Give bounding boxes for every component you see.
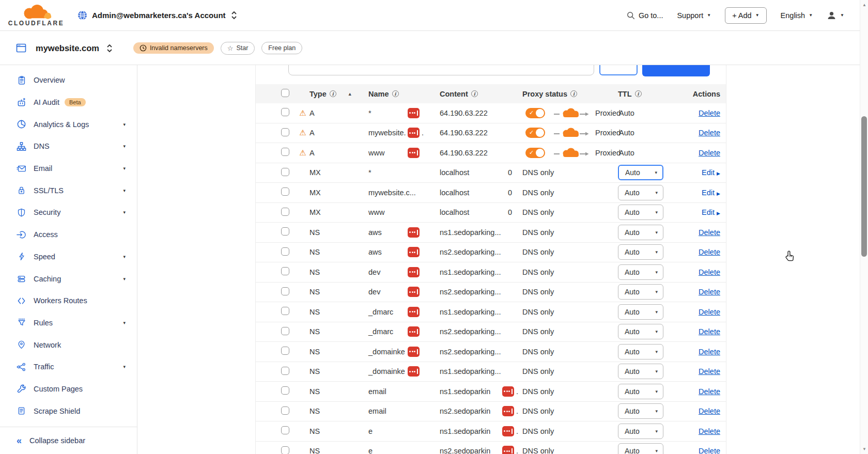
account-switcher[interactable]: Admin@webmarketers.ca's Account <box>78 10 238 20</box>
sidebar-item-caching[interactable]: Caching▾ <box>0 268 137 290</box>
edit-record-link[interactable]: Edit▶ <box>702 168 720 177</box>
vertical-scrollbar[interactable]: ▲ ▼ <box>860 0 868 454</box>
ttl-dropdown[interactable]: Auto▾ <box>618 264 663 280</box>
search-button[interactable] <box>599 65 638 75</box>
row-checkbox[interactable] <box>281 307 289 315</box>
row-checkbox[interactable] <box>281 327 289 335</box>
proxy-toggle[interactable] <box>525 148 545 158</box>
language-menu[interactable]: English ▼ <box>781 11 813 20</box>
password-manager-tag-icon[interactable] <box>502 406 514 416</box>
cloudflare-logo[interactable]: CLOUDFLARE <box>9 4 63 27</box>
password-manager-tag-icon[interactable] <box>502 446 514 454</box>
edit-record-link[interactable]: Edit▶ <box>702 189 720 197</box>
ttl-dropdown[interactable]: Auto▾ <box>618 304 663 320</box>
delete-record-link[interactable]: Delete <box>699 129 720 137</box>
sort-asc-icon[interactable]: ▲ <box>348 91 352 97</box>
ttl-dropdown[interactable]: Auto▾ <box>618 344 663 359</box>
chevron-down-icon[interactable]: ▾ <box>123 210 137 215</box>
delete-record-link[interactable]: Delete <box>699 268 720 276</box>
delete-record-link[interactable]: Delete <box>699 387 720 396</box>
sidebar-item-rules[interactable]: Rules▾ <box>0 312 137 334</box>
delete-record-link[interactable]: Delete <box>699 427 720 435</box>
scrollbar-thumb[interactable] <box>861 116 867 257</box>
row-checkbox[interactable] <box>281 367 289 375</box>
ttl-dropdown[interactable]: Auto▾ <box>618 443 663 454</box>
add-button[interactable]: + Add ▼ <box>725 7 766 24</box>
row-checkbox[interactable] <box>281 208 289 216</box>
ttl-dropdown[interactable]: Auto▾ <box>618 403 663 419</box>
ttl-dropdown[interactable]: Auto▾ <box>618 424 663 439</box>
sidebar-item-dns[interactable]: DNS▾ <box>0 135 137 158</box>
delete-record-link[interactable]: Delete <box>699 367 720 375</box>
sidebar-item-custom-pages[interactable]: Custom Pages <box>0 378 137 400</box>
chevron-down-icon[interactable]: ▾ <box>123 166 137 171</box>
password-manager-tag-icon[interactable] <box>408 148 420 158</box>
row-checkbox[interactable] <box>281 446 289 454</box>
ttl-dropdown[interactable]: Auto▾ <box>618 244 663 260</box>
proxy-toggle[interactable] <box>525 108 545 118</box>
info-icon[interactable]: i <box>471 90 478 97</box>
delete-record-link[interactable]: Delete <box>699 149 720 157</box>
row-checkbox[interactable] <box>281 426 289 434</box>
delete-record-link[interactable]: Delete <box>699 109 720 117</box>
sidebar-item-ssl-tls[interactable]: SSL/TLS▾ <box>0 179 137 201</box>
site-selector-icon[interactable] <box>106 44 113 53</box>
ttl-dropdown[interactable]: Auto▾ <box>618 165 663 180</box>
proxy-toggle[interactable] <box>525 128 545 138</box>
info-icon[interactable]: i <box>392 90 399 97</box>
support-menu[interactable]: Support ▼ <box>677 11 711 20</box>
ttl-dropdown[interactable]: Auto▾ <box>618 364 663 379</box>
sidebar-item-workers-routes[interactable]: Workers Routes <box>0 290 137 312</box>
password-manager-tag-icon[interactable] <box>408 108 420 118</box>
password-manager-tag-icon[interactable] <box>502 386 514 397</box>
ttl-dropdown[interactable]: Auto▾ <box>618 284 663 300</box>
ttl-dropdown[interactable]: Auto▾ <box>618 384 663 399</box>
chevron-down-icon[interactable]: ▾ <box>123 188 137 193</box>
sidebar-item-traffic[interactable]: Traffic▾ <box>0 356 137 378</box>
row-checkbox[interactable] <box>281 247 289 256</box>
dns-search-input[interactable] <box>288 65 594 75</box>
password-manager-tag-icon[interactable] <box>408 128 420 138</box>
sidebar-item-analytics-logs[interactable]: Analytics & Logs▾ <box>0 113 137 135</box>
row-checkbox[interactable] <box>281 187 289 196</box>
ttl-dropdown[interactable]: Auto▾ <box>618 185 663 200</box>
delete-record-link[interactable]: Delete <box>699 228 720 237</box>
add-record-button[interactable] <box>642 65 710 76</box>
nameserver-status-badge[interactable]: Invalid nameservers <box>133 42 214 54</box>
chevron-down-icon[interactable]: ▾ <box>123 364 137 369</box>
row-checkbox[interactable] <box>281 128 289 136</box>
delete-record-link[interactable]: Delete <box>699 447 720 454</box>
password-manager-tag-icon[interactable] <box>408 347 420 357</box>
password-manager-tag-icon[interactable] <box>408 307 420 317</box>
ttl-dropdown[interactable]: Auto▾ <box>618 205 663 220</box>
chevron-down-icon[interactable]: ▾ <box>123 144 137 149</box>
scroll-down-arrow-icon[interactable]: ▼ <box>860 447 868 451</box>
chevron-down-icon[interactable]: ▾ <box>123 254 137 259</box>
chevron-down-icon[interactable]: ▾ <box>123 122 137 127</box>
delete-record-link[interactable]: Delete <box>699 308 720 316</box>
select-all-checkbox[interactable] <box>281 89 289 97</box>
password-manager-tag-icon[interactable] <box>408 247 420 257</box>
password-manager-tag-icon[interactable] <box>408 326 420 337</box>
delete-record-link[interactable]: Delete <box>699 327 720 336</box>
chevron-down-icon[interactable]: ▾ <box>123 276 137 281</box>
delete-record-link[interactable]: Delete <box>699 407 720 415</box>
row-checkbox[interactable] <box>281 386 289 395</box>
sidebar-item-ai-audit[interactable]: AI AuditBeta <box>0 91 137 114</box>
sidebar-item-speed[interactable]: Speed▾ <box>0 246 137 268</box>
ttl-dropdown[interactable]: Auto▾ <box>618 225 663 240</box>
row-checkbox[interactable] <box>281 108 289 116</box>
scroll-up-arrow-icon[interactable]: ▲ <box>860 3 868 7</box>
row-checkbox[interactable] <box>281 406 289 415</box>
ttl-dropdown[interactable]: Auto▾ <box>618 324 663 339</box>
sidebar-item-network[interactable]: Network <box>0 334 137 356</box>
delete-record-link[interactable]: Delete <box>699 348 720 356</box>
sidebar-item-email[interactable]: Email▾ <box>0 158 137 180</box>
row-checkbox[interactable] <box>281 287 289 295</box>
sidebar-item-overview[interactable]: Overview <box>0 69 137 91</box>
delete-record-link[interactable]: Delete <box>699 248 720 256</box>
star-button[interactable]: ☆ Star <box>221 42 255 55</box>
row-checkbox[interactable] <box>281 148 289 156</box>
sidebar-item-scrape-shield[interactable]: Scrape Shield <box>0 400 137 422</box>
sidebar-item-security[interactable]: Security▾ <box>0 201 137 224</box>
